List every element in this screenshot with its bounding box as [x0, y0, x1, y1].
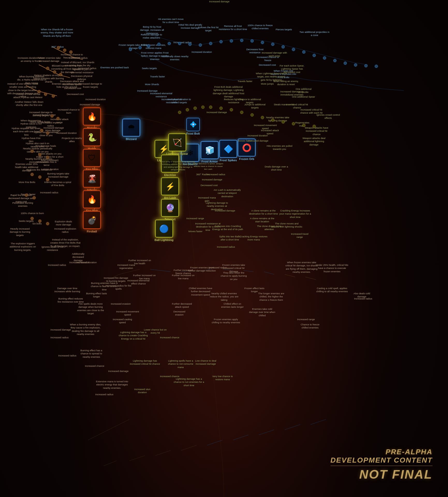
passive-dot-l10[interactable] — [261, 116, 264, 119]
passive-dot-f17[interactable] — [31, 173, 34, 176]
svg-line-34 — [217, 78, 233, 80]
passive-dot-f8[interactable] — [44, 93, 47, 96]
passive-text-additionally-slows: Additionally slows nearby enemies — [160, 55, 189, 61]
skill-motoor[interactable]: 🔥 Motoor — [83, 107, 101, 129]
passive-dot-l2[interactable] — [186, 108, 189, 111]
passive-dot-f14[interactable] — [31, 150, 34, 153]
skill-firo-bolt[interactable]: 🔥 Firo Bolt — [83, 190, 101, 212]
passive-dot-f6[interactable] — [59, 73, 62, 76]
passive-dot-l7[interactable] — [230, 108, 233, 111]
passive-dot-i12[interactable] — [240, 39, 243, 42]
passive-dot-f12[interactable] — [40, 129, 43, 132]
passive-text-instead-one-meteor: Instead of one Meteor, three smaller one… — [7, 82, 38, 98]
passive-text-hit-enemies: Hit enemies can't move for a short time — [157, 18, 185, 24]
passive-dot-f15[interactable] — [38, 153, 41, 156]
passive-dot-i15[interactable] — [271, 43, 274, 46]
passive-dot-i17[interactable] — [292, 48, 295, 51]
passive-dot-f16[interactable] — [46, 156, 49, 159]
passive-dot-i3[interactable] — [147, 45, 150, 48]
passive-dot-f9[interactable] — [52, 94, 55, 98]
passive-dot-i2[interactable] — [138, 46, 142, 49]
passive-text-weapon-attacks-lightning: Weapon attacks deal additional lightning… — [300, 137, 328, 146]
svg-line-66 — [109, 425, 119, 430]
passive-dot-f2[interactable] — [63, 49, 66, 52]
skill-lightning-spear[interactable]: 🏹 Lightning Spear — [166, 133, 188, 155]
passive-dot-l6[interactable] — [219, 107, 223, 110]
skill-firo-skin[interactable]: 🛡 Firo Skin — [83, 149, 101, 171]
frost-spikes-label: Frost Spikes — [220, 159, 237, 162]
passive-dot-i7[interactable] — [188, 43, 192, 46]
passive-dot-i18[interactable] — [302, 50, 305, 54]
passive-dot-f10[interactable] — [50, 114, 54, 118]
passive-dot-l8[interactable] — [240, 111, 243, 114]
passive-text-penetrates: Penetrates burning enemies — [10, 201, 36, 208]
passive-text-inc-radius-5: Increased radius — [50, 336, 69, 339]
passive-dot-i24[interactable] — [364, 64, 368, 67]
passive-text-one-additional-spear: One additional Spear — [292, 95, 315, 98]
skill-hydra[interactable]: 🐍 Hydra — [83, 128, 101, 150]
passive-dot-i9[interactable] — [209, 42, 212, 45]
passive-dot-i14[interactable] — [261, 41, 264, 44]
passive-dot-i21[interactable] — [333, 59, 336, 62]
passive-dot-l15[interactable] — [313, 125, 316, 128]
skill-inferno[interactable]: 🌋 Inferno — [83, 170, 101, 192]
passive-dot-i6[interactable] — [178, 42, 181, 45]
skill-blizzard[interactable]: 🌨 Blizzard — [122, 119, 140, 141]
passive-dot-l1[interactable] — [178, 111, 181, 114]
frost-armor-icon: 🧊 — [201, 141, 219, 159]
passive-text-nearby-chilled: Nearby chilled enemies reduce the radius… — [209, 292, 240, 302]
passive-text-inc-radius-fire: Increased radius — [40, 191, 58, 194]
passive-dot-i13[interactable] — [251, 39, 254, 42]
passive-dot-i20[interactable] — [323, 56, 326, 60]
passive-dot-l9[interactable] — [251, 113, 254, 116]
passive-dot-l3[interactable] — [194, 107, 197, 110]
skill-frost-armor[interactable]: 🧊 Frost Armor — [201, 141, 219, 163]
svg-line-62 — [285, 425, 300, 430]
passive-dot-f3[interactable] — [69, 50, 72, 54]
svg-line-55 — [104, 461, 116, 466]
passive-dot-f23[interactable] — [38, 220, 41, 223]
passive-dot-f13[interactable] — [46, 131, 49, 135]
passive-dot-f21[interactable] — [33, 196, 36, 199]
passive-text-additionally-damage: Additionally decreased damage — [68, 252, 89, 262]
passive-text-damage-over-time: Damage over time increases while burning — [54, 287, 80, 293]
passive-dot-i22[interactable] — [344, 62, 347, 65]
passive-dot-f7[interactable] — [38, 90, 41, 93]
passive-text-increased-damage-2: Increased damage — [43, 126, 64, 129]
passive-dot-i11[interactable] — [230, 39, 233, 42]
passive-dot-f22[interactable] — [31, 217, 34, 220]
passive-dot-f11[interactable] — [56, 117, 60, 120]
passive-dot-i4[interactable] — [157, 43, 160, 46]
skill-frost-bolt[interactable]: 💠 Frost Bolt — [186, 118, 200, 135]
passive-dot-f1[interactable] — [57, 46, 60, 49]
passive-dot-f4[interactable] — [46, 67, 49, 70]
passive-dot-i19[interactable] — [313, 54, 316, 57]
passive-dot-i25[interactable] — [375, 65, 378, 68]
passive-dot-i8[interactable] — [199, 43, 202, 47]
passive-dot-l11[interactable] — [271, 119, 274, 122]
skill-teleport[interactable]: 🔮 Teleport — [161, 199, 179, 221]
passive-dot-f5[interactable] — [53, 70, 56, 74]
passive-dot-l12[interactable] — [282, 120, 285, 123]
passive-dot-i1[interactable] — [129, 48, 132, 51]
passive-dot-l5[interactable] — [209, 106, 212, 109]
passive-dot-f20[interactable] — [25, 194, 28, 197]
skill-frost-spikes[interactable]: 🔷 Frost Spikes — [219, 140, 237, 162]
skill-arc-lash[interactable]: ⚡ Arc Lash — [161, 177, 179, 199]
passive-dot-f18[interactable] — [38, 176, 41, 179]
svg-line-80 — [305, 277, 316, 280]
passive-dot-i16[interactable] — [282, 45, 285, 48]
passive-dot-i5[interactable] — [168, 42, 171, 45]
passive-dot-l13[interactable] — [292, 122, 295, 125]
skill-firoball[interactable]: 💣 Firoball — [83, 211, 101, 233]
passive-dot-i10[interactable] — [219, 40, 223, 43]
passive-text-inc-duration-l: Increased duration — [247, 134, 268, 137]
skill-ball-lightning[interactable]: 🔵 Ball Lightning — [155, 220, 173, 242]
svg-line-67 — [119, 419, 129, 425]
passive-dot-f24[interactable] — [46, 222, 49, 225]
passive-dot-f19[interactable] — [46, 178, 49, 181]
passive-dot-l4[interactable] — [201, 106, 204, 109]
passive-text-ignores-fire: Ignores a part of fire resistance — [38, 245, 67, 252]
passive-dot-i23[interactable] — [354, 63, 357, 67]
passive-dot-l14[interactable] — [302, 124, 305, 127]
